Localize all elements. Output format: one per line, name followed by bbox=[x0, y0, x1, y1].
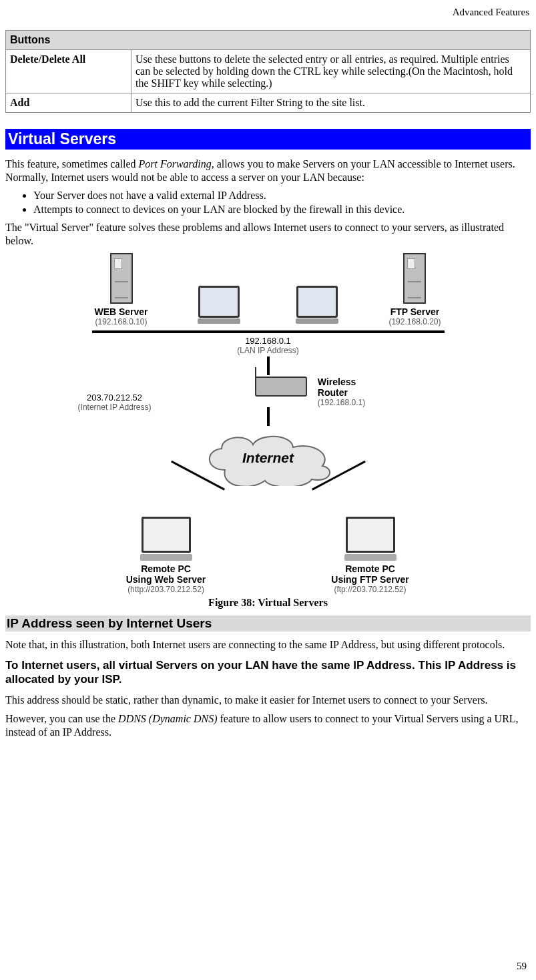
ext-ip-sub: (Internet IP Address) bbox=[61, 403, 168, 412]
keyboard-icon bbox=[198, 318, 240, 324]
keyboard-icon bbox=[140, 554, 192, 561]
text: This feature, sometimes called bbox=[5, 158, 138, 170]
connector-line bbox=[305, 489, 385, 513]
remote-ftp-b: Using FTP Server bbox=[307, 574, 434, 585]
text: However, you can use the bbox=[5, 713, 118, 724]
ftp-server-label: FTP Server bbox=[374, 306, 455, 317]
remote-web-node: Remote PC Using Web Server (http://203.7… bbox=[103, 517, 230, 594]
network-diagram: WEB Server (192.168.0.10) FTP Server (19… bbox=[81, 253, 455, 594]
list-item: Your Server does not have a valid extern… bbox=[33, 190, 531, 202]
table-row: Delete/Delete All Use these buttons to d… bbox=[6, 50, 531, 93]
monitor-icon bbox=[198, 286, 240, 318]
router-label-a: Wireless bbox=[318, 377, 365, 387]
cloud-connectors bbox=[152, 489, 385, 513]
web-server-node: WEB Server (192.168.0.10) bbox=[81, 253, 162, 326]
server-tower-icon bbox=[403, 253, 426, 304]
list-item: Attempts to connect to devices on your L… bbox=[33, 204, 531, 216]
connector-line bbox=[152, 489, 232, 513]
connector-line bbox=[267, 356, 270, 375]
internet-cloud: Internet bbox=[198, 430, 338, 486]
table-row: Add Use this to add the current Filter S… bbox=[6, 93, 531, 113]
remote-ftp-c: (ftp://203.70.212.52) bbox=[307, 585, 434, 594]
router-label: Wireless Router (192.168.0.1) bbox=[318, 377, 365, 407]
paragraph: However, you can use the DDNS (Dynamic D… bbox=[5, 712, 531, 739]
emphasis: Port Forwarding bbox=[138, 158, 211, 170]
remote-web-c: (http://203.70.212.52) bbox=[103, 585, 230, 594]
subsection-title-ipaddress: IP Address seen by Internet Users bbox=[5, 616, 531, 632]
remote-ftp-a: Remote PC bbox=[307, 563, 434, 574]
ftp-server-node: FTP Server (192.168.0.20) bbox=[374, 253, 455, 326]
remote-web-b: Using Web Server bbox=[103, 574, 230, 585]
emphasis: DDNS (Dynamic DNS) bbox=[118, 713, 217, 724]
keyboard-icon bbox=[296, 318, 338, 324]
row-label: Add bbox=[6, 93, 131, 113]
section-title-virtual-servers: Virtual Servers bbox=[5, 129, 531, 150]
lan-bus-line bbox=[92, 330, 445, 333]
page-number: 59 bbox=[517, 961, 527, 972]
paragraph: Note that, in this illustration, both In… bbox=[5, 638, 531, 652]
ext-ip-value: 203.70.212.52 bbox=[61, 393, 168, 403]
web-server-label: WEB Server bbox=[81, 306, 162, 317]
paragraph: This feature, sometimes called Port Forw… bbox=[5, 158, 531, 184]
pc-icon bbox=[142, 517, 191, 553]
router-label-b: Router bbox=[318, 387, 365, 398]
figure-caption: Figure 38: Virtual Servers bbox=[5, 597, 531, 609]
lan-ip-label: 192.168.0.1 (LAN IP Address) bbox=[237, 336, 298, 355]
monitor-icon bbox=[296, 286, 338, 318]
lan-pc1 bbox=[179, 286, 259, 326]
bold-callout: To Internet users, all virtual Servers o… bbox=[5, 658, 531, 687]
paragraph: The "Virtual Server" feature solves thes… bbox=[5, 221, 531, 248]
pc-icon bbox=[346, 517, 395, 553]
page: Advanced Features Buttons Delete/Delete … bbox=[0, 0, 536, 980]
row-desc: Use this to add the current Filter Strin… bbox=[131, 93, 531, 113]
lan-ip-sub: (LAN IP Address) bbox=[237, 346, 298, 355]
remote-web-a: Remote PC bbox=[103, 563, 230, 574]
web-server-ip: (192.168.0.10) bbox=[81, 317, 162, 326]
router-ip: (192.168.0.1) bbox=[318, 398, 365, 407]
connector-line bbox=[267, 407, 270, 426]
router-icon bbox=[255, 377, 307, 397]
internet-ip-block: 203.70.212.52 (Internet IP Address) bbox=[81, 407, 455, 426]
remote-ftp-node: Remote PC Using FTP Server (ftp://203.70… bbox=[307, 517, 434, 594]
server-tower-icon bbox=[110, 253, 133, 304]
paragraph: This address should be static, rather th… bbox=[5, 694, 531, 707]
keyboard-icon bbox=[344, 554, 396, 561]
table-section-header: Buttons bbox=[6, 31, 531, 50]
figure-virtual-servers: WEB Server (192.168.0.10) FTP Server (19… bbox=[5, 253, 531, 609]
lan-ip-value: 192.168.0.1 bbox=[237, 336, 298, 346]
row-label: Delete/Delete All bbox=[6, 50, 131, 93]
header-right: Advanced Features bbox=[5, 7, 531, 18]
row-desc: Use these buttons to delete the selected… bbox=[131, 50, 531, 93]
lan-pc2 bbox=[277, 286, 357, 326]
ftp-server-ip: (192.168.0.20) bbox=[374, 317, 455, 326]
buttons-table: Buttons Delete/Delete All Use these butt… bbox=[5, 30, 531, 113]
bullet-list: Your Server does not have a valid extern… bbox=[5, 190, 531, 216]
